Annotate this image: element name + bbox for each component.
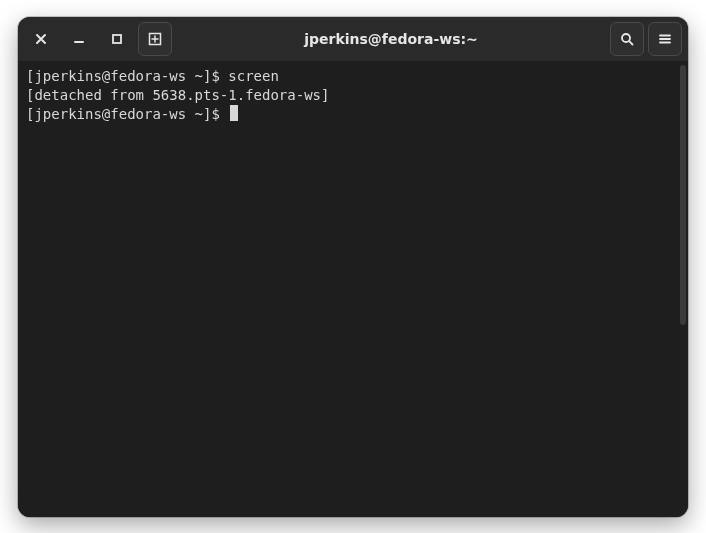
scrollbar-thumb[interactable] [680,65,686,325]
titlebar-left-controls [24,22,172,56]
hamburger-icon [658,32,672,46]
svg-rect-0 [113,35,121,43]
terminal-line: [detached from 5638.pts-1.fedora-ws] [26,86,670,105]
cursor [230,105,238,121]
terminal-wrap: [jperkins@fedora-ws ~]$ screen[detached … [18,61,688,517]
scrollbar-track[interactable] [678,61,688,517]
terminal-output[interactable]: [jperkins@fedora-ws ~]$ screen[detached … [18,61,678,517]
search-icon [620,32,634,46]
prompt: [jperkins@fedora-ws ~]$ [26,106,228,122]
hamburger-menu-button[interactable] [648,22,682,56]
maximize-button[interactable] [100,22,134,56]
close-button[interactable] [24,22,58,56]
window-title: jperkins@fedora-ws:~ [176,31,606,47]
minimize-icon [73,33,85,45]
titlebar-right-controls [610,22,682,56]
terminal-line: [jperkins@fedora-ws ~]$ screen [26,67,670,86]
command-text: screen [228,68,279,84]
titlebar: jperkins@fedora-ws:~ [18,17,688,61]
new-tab-icon [148,32,162,46]
search-button[interactable] [610,22,644,56]
new-tab-button[interactable] [138,22,172,56]
terminal-window: jperkins@fedora-ws:~ [jperkins@fedora-ws… [18,17,688,517]
maximize-icon [111,33,123,45]
minimize-button[interactable] [62,22,96,56]
terminal-line: [jperkins@fedora-ws ~]$ [26,105,670,124]
prompt: [jperkins@fedora-ws ~]$ [26,68,228,84]
close-icon [35,33,47,45]
